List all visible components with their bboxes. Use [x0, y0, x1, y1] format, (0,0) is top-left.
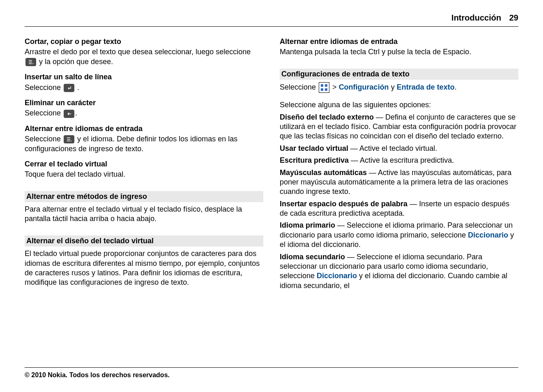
svg-rect-10 [321, 88, 323, 91]
heading-switch-lang: Alternar entre idiomas de entrada [25, 124, 263, 134]
option-text: — Active el teclado virtual. [348, 144, 437, 152]
subheading-switch-keyboard-layout: Alternar el diseño del teclado virtual [25, 235, 263, 247]
svg-point-7 [71, 141, 72, 141]
section-name: Introducción [451, 13, 501, 22]
menu-icon [25, 58, 36, 66]
option-text: — Active la escritura predictiva. [349, 156, 454, 164]
left-column: Cortar, copiar o pegar texto Arrastre el… [25, 37, 263, 292]
option-label: Idioma primario [280, 221, 335, 229]
option-insert-space: Insertar espacio después de palabra — In… [280, 199, 518, 219]
option-label: Escritura predictiva [280, 156, 349, 164]
menu-label-dictionary: Diccionario [468, 231, 508, 239]
text: Seleccione [25, 135, 61, 143]
option-label: Idioma secundario [280, 253, 345, 261]
menu-icon [64, 135, 74, 143]
option-primary-language: Idioma primario — Seleccione el idioma p… [280, 221, 518, 249]
page-header: Introducción 29 [25, 12, 518, 27]
right-column: Alternar entre idiomas de entrada Manten… [280, 37, 518, 292]
paragraph: El teclado virtual puede proporcionar co… [25, 249, 263, 288]
menu-label-text-input: Entrada de texto [397, 83, 455, 91]
text: . [455, 83, 457, 91]
paragraph: Seleccione > Configuración y Entrada de … [280, 82, 518, 93]
heading-delete-char: Eliminar un carácter [25, 98, 263, 108]
content-columns: Cortar, copiar o pegar texto Arrastre el… [25, 37, 518, 292]
app-grid-icon [319, 82, 329, 93]
subheading-text-input-settings: Configuraciones de entrada de texto [280, 69, 518, 80]
heading-line-break: Insertar un salto de línea [25, 72, 263, 82]
text: Arrastre el dedo por el texto que desea … [25, 48, 251, 56]
option-label: Mayúsculas automáticas [280, 168, 367, 177]
text: Seleccione [25, 109, 61, 117]
copyright-footer: © 2010 Nokia. Todos los derechos reserva… [25, 367, 518, 380]
text: y la opción que desee. [39, 58, 113, 66]
paragraph: Seleccione . [25, 108, 263, 118]
option-label: Insertar espacio después de palabra [280, 200, 407, 208]
paragraph: Toque fuera del teclado virtual. [25, 170, 263, 179]
text: Seleccione [25, 83, 61, 92]
subheading-switch-input-methods: Alternar entre métodos de ingreso [25, 191, 263, 202]
option-secondary-language: Idioma secundario — Seleccione el idioma… [280, 252, 518, 291]
text: y [391, 83, 395, 91]
svg-rect-11 [325, 88, 327, 91]
paragraph: Seleccione y el idioma. Debe definir tod… [25, 134, 263, 154]
text: Seleccione [280, 83, 316, 91]
heading-cut-copy-paste: Cortar, copiar o pegar texto [25, 37, 263, 46]
option-label: Usar teclado virtual [280, 144, 348, 152]
heading-switch-input-lang: Alternar entre idiomas de entrada [280, 37, 518, 46]
text: > [332, 83, 337, 91]
text: . [77, 83, 79, 92]
text: . [75, 109, 77, 117]
svg-point-3 [33, 63, 34, 64]
page-number: 29 [509, 13, 518, 22]
svg-rect-8 [321, 84, 323, 87]
paragraph: Mantenga pulsada la tecla Ctrl y pulse l… [280, 47, 518, 57]
enter-icon [64, 84, 74, 92]
option-use-virtual-keyboard: Usar teclado virtual — Active el teclado… [280, 144, 518, 153]
paragraph: Seleccione alguna de las siguientes opci… [280, 100, 518, 110]
option-label: Diseño del teclado externo [280, 113, 374, 121]
option-auto-caps: Mayúsculas automáticas — Active las mayú… [280, 168, 518, 197]
menu-label-dictionary: Diccionario [317, 272, 357, 280]
backspace-icon [64, 110, 74, 118]
svg-rect-9 [325, 84, 327, 87]
menu-label-configuration: Configuración [339, 83, 389, 91]
paragraph: Arrastre el dedo por el texto que desea … [25, 47, 263, 67]
option-predictive-text: Escritura predictiva — Active la escritu… [280, 156, 518, 165]
paragraph: Para alternar entre el teclado virtual y… [25, 205, 263, 224]
heading-close-keyboard: Cerrar el teclado virtual [25, 159, 263, 169]
paragraph: Seleccione . [25, 83, 263, 92]
option-external-keyboard-layout: Diseño del teclado externo — Defina el c… [280, 113, 518, 141]
